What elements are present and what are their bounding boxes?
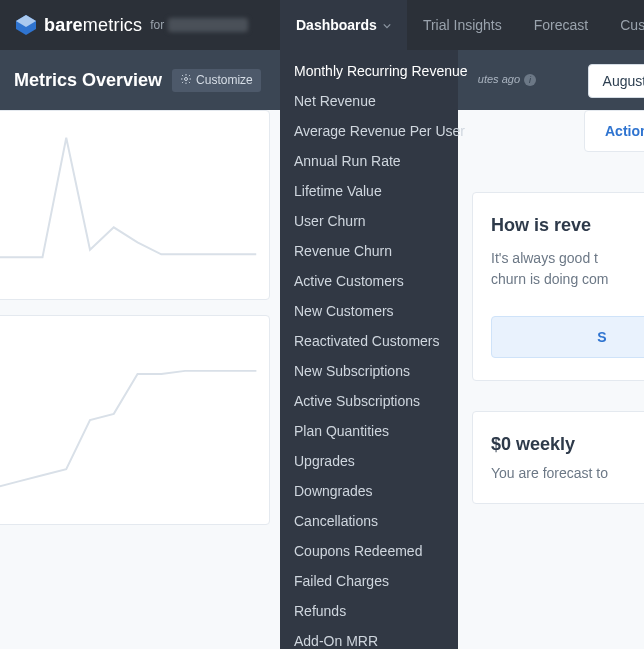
dashboards-dropdown: Monthly Recurring Revenue Net Revenue Av… xyxy=(280,50,458,649)
dd-item-active-customers[interactable]: Active Customers xyxy=(280,266,458,296)
info-card-body: It's always good t churn is doing com xyxy=(491,248,644,290)
dd-item-coupons-redeemed[interactable]: Coupons Redeemed xyxy=(280,536,458,566)
dd-item-failed-charges[interactable]: Failed Charges xyxy=(280,566,458,596)
chart-card-1[interactable] xyxy=(0,110,270,300)
dd-item-new-subscriptions[interactable]: New Subscriptions xyxy=(280,356,458,386)
brand-name: baremetrics xyxy=(44,15,142,36)
info-card-title: How is reve xyxy=(491,215,644,236)
forecast-card: $0 weekly You are forecast to xyxy=(472,411,644,504)
dd-item-downgrades[interactable]: Downgrades xyxy=(280,476,458,506)
info-card: How is reve It's always good t churn is … xyxy=(472,192,644,381)
dd-item-refunds[interactable]: Refunds xyxy=(280,596,458,626)
nav-trial-insights-label: Trial Insights xyxy=(423,17,502,33)
dd-item-addon-mrr[interactable]: Add-On MRR xyxy=(280,626,458,649)
dd-item-user-churn[interactable]: User Churn xyxy=(280,206,458,236)
nav-customers[interactable]: Customers xyxy=(604,0,644,50)
chart-card-2[interactable]: ate xyxy=(0,315,270,525)
dd-item-mrr[interactable]: Monthly Recurring Revenue xyxy=(280,56,458,86)
nav-forecast[interactable]: Forecast xyxy=(518,0,604,50)
nav-items: Dashboards Trial Insights Forecast Custo… xyxy=(280,0,644,50)
logo-icon xyxy=(14,13,38,37)
nav-dashboards[interactable]: Dashboards xyxy=(280,0,407,50)
dd-item-net-revenue[interactable]: Net Revenue xyxy=(280,86,458,116)
for-label: for xyxy=(150,18,164,32)
forecast-card-title: $0 weekly xyxy=(491,434,644,455)
dd-item-active-subscriptions[interactable]: Active Subscriptions xyxy=(280,386,458,416)
right-panel: Actions (3 How is reve It's always good … xyxy=(472,110,644,504)
nav-trial-insights[interactable]: Trial Insights xyxy=(407,0,518,50)
info-card-button[interactable]: S xyxy=(491,316,644,358)
actions-button[interactable]: Actions (3 xyxy=(584,110,644,152)
dd-item-arr[interactable]: Annual Run Rate xyxy=(280,146,458,176)
info-icon[interactable]: i xyxy=(524,74,536,86)
date-range-picker[interactable]: August 12, 20 xyxy=(588,64,644,98)
dd-item-plan-quantities[interactable]: Plan Quantities xyxy=(280,416,458,446)
chevron-down-icon xyxy=(383,17,391,33)
dd-item-arpu[interactable]: Average Revenue Per User xyxy=(280,116,458,146)
dd-item-cancellations[interactable]: Cancellations xyxy=(280,506,458,536)
svg-point-2 xyxy=(185,77,188,80)
dd-item-upgrades[interactable]: Upgrades xyxy=(280,446,458,476)
nav-forecast-label: Forecast xyxy=(534,17,588,33)
dd-item-ltv[interactable]: Lifetime Value xyxy=(280,176,458,206)
sparkline-2 xyxy=(0,316,269,524)
last-updated-text: utes agoi xyxy=(478,73,536,86)
customize-button[interactable]: Customize xyxy=(172,69,261,92)
forecast-card-body: You are forecast to xyxy=(491,465,644,481)
customize-label: Customize xyxy=(196,73,253,87)
dd-item-new-customers[interactable]: New Customers xyxy=(280,296,458,326)
sparkline-1 xyxy=(0,111,269,299)
page-title: Metrics Overview xyxy=(14,70,162,91)
nav-dashboards-label: Dashboards xyxy=(296,17,377,33)
company-name-blurred xyxy=(168,18,248,32)
dd-item-revenue-churn[interactable]: Revenue Churn xyxy=(280,236,458,266)
nav-customers-label: Customers xyxy=(620,17,644,33)
gear-icon xyxy=(180,73,192,88)
dd-item-reactivated-customers[interactable]: Reactivated Customers xyxy=(280,326,458,356)
top-navigation: baremetrics for Dashboards Trial Insight… xyxy=(0,0,644,50)
